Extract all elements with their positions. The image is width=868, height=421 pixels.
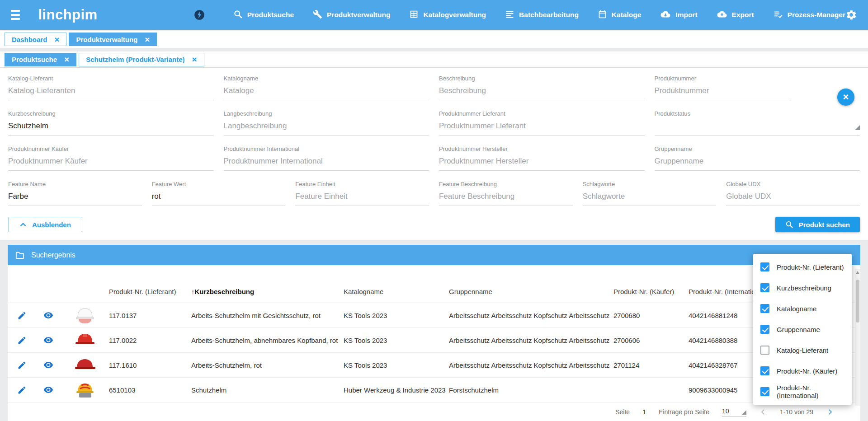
checkbox[interactable] [760, 366, 769, 375]
product-search-button[interactable]: Produkt suchen [775, 217, 860, 232]
checkbox[interactable] [760, 346, 769, 355]
chevron-up-icon [19, 222, 27, 227]
cell-supplier: 117.1610 [109, 361, 191, 369]
theme-toggle-icon[interactable] [193, 9, 205, 21]
column-option-group[interactable]: Gruppenname [753, 319, 852, 340]
column-option-catalog[interactable]: Katalogname [753, 298, 852, 319]
scrollbar-thumb[interactable] [856, 280, 859, 323]
checkbox[interactable] [760, 325, 769, 334]
tab-produktsuche[interactable]: Produktsuche × [5, 53, 76, 66]
main-nav: Produktsuche Produktverwaltung Katalogve… [233, 9, 845, 21]
feature-name-input[interactable] [8, 188, 142, 206]
col-header-short-desc[interactable]: ↑Kurzbeschreibung [191, 288, 344, 295]
table-row: 6510103 Schutzhelm Huber Werkzeug & Indu… [8, 378, 860, 402]
nav-produktsuche[interactable]: Produktsuche [233, 9, 294, 21]
field-feature-einheit: Feature Einheit [295, 181, 429, 206]
field-label: Feature Name [8, 181, 142, 187]
feature-einheit-input[interactable] [295, 188, 429, 206]
next-page-icon[interactable] [826, 408, 834, 416]
feature-beschreibung-input[interactable] [439, 188, 573, 206]
produktnummer-lieferant-input[interactable] [439, 118, 645, 136]
tab-produktverwaltung[interactable]: Produktverwaltung × [69, 33, 157, 46]
scroll-up-icon[interactable] [856, 271, 859, 274]
column-option-short-desc[interactable]: Kurzbeschreibung [753, 277, 852, 298]
vertical-scrollbar[interactable] [855, 269, 860, 406]
globale-udx-input[interactable] [726, 188, 860, 206]
field-feature-beschreibung: Feature Beschreibung [439, 181, 573, 206]
column-option-supplier[interactable]: Produkt-Nr. (Lieferant) [753, 257, 852, 277]
nav-export[interactable]: Export [717, 9, 754, 21]
checkbox[interactable] [760, 283, 769, 292]
produktnummer-hersteller-input[interactable] [439, 153, 645, 171]
nav-batchbearbeitung[interactable]: Batchbearbeitung [505, 9, 579, 21]
tab-schutzhelm-variante[interactable]: Schutzhelm (Produkt-Variante) × [79, 53, 204, 66]
col-header-supplier[interactable]: Produkt-Nr. (Lieferant) [109, 288, 191, 295]
nav-produktverwaltung[interactable]: Produktverwaltung [313, 9, 390, 21]
per-page-label: Einträge pro Seite [659, 408, 709, 416]
produktnummer-international-input[interactable] [224, 153, 429, 171]
checkbox[interactable] [760, 262, 769, 271]
close-icon[interactable]: × [64, 55, 69, 64]
edit-pencil-icon[interactable] [8, 360, 36, 370]
produktnummer-input[interactable] [655, 83, 792, 100]
close-icon[interactable]: × [54, 35, 59, 44]
checkbox[interactable] [760, 387, 769, 396]
gruppenname-input[interactable] [655, 153, 860, 171]
nav-katalogverwaltung[interactable]: Katalogverwaltung [409, 9, 486, 21]
katalogname-input[interactable] [224, 83, 429, 100]
view-eye-icon[interactable] [36, 310, 61, 320]
field-produktnummer-international: Produktnummer International [224, 145, 429, 171]
dropdown-corner-icon[interactable] [855, 125, 860, 130]
nav-prozess-manager[interactable]: Prozess-Manager [773, 9, 845, 21]
close-icon[interactable]: × [192, 55, 197, 64]
column-option-international[interactable]: Produkt-Nr. (International) [753, 381, 852, 402]
column-option-buyer[interactable]: Produkt-Nr. (Käufer) [753, 360, 852, 381]
per-page-select[interactable]: 10 [722, 407, 746, 416]
col-header-buyer[interactable]: Produkt-Nr. (Käufer) [613, 288, 689, 295]
page-number[interactable]: 1 [642, 408, 646, 416]
previous-page-icon[interactable] [759, 408, 767, 416]
cell-group: Arbeitsschutz Arbeitsschutz Kopfschutz A… [449, 337, 613, 344]
tab-dashboard[interactable]: Dashboard × [5, 33, 66, 46]
cell-supplier: 6510103 [109, 386, 191, 394]
view-eye-icon[interactable] [36, 335, 61, 345]
product-image[interactable] [61, 331, 109, 350]
hide-filters-button[interactable]: Ausblenden [8, 217, 82, 232]
langbeschreibung-input[interactable] [224, 118, 429, 136]
product-image[interactable] [61, 380, 109, 399]
top-bar: linchpim Produktsuche Produktverwaltung … [0, 0, 868, 30]
clear-search-button[interactable]: × [837, 89, 854, 106]
column-option-katalog-lieferant[interactable]: Katalog-Lieferant [753, 340, 852, 360]
process-list-check-icon [773, 9, 783, 21]
field-katalog-lieferant: Katalog-Lieferant [8, 75, 214, 100]
feature-wert-input[interactable] [152, 188, 286, 206]
col-header-group[interactable]: Gruppenname [449, 288, 613, 295]
view-eye-icon[interactable] [36, 385, 61, 395]
nav-import[interactable]: Import [660, 9, 697, 21]
field-gruppenname: Gruppenname [655, 145, 860, 171]
nav-kataloge[interactable]: Kataloge [598, 9, 641, 21]
field-beschreibung: Beschreibung [439, 75, 645, 100]
produktstatus-select[interactable] [655, 118, 860, 136]
kurzbeschreibung-input[interactable] [8, 118, 214, 136]
view-eye-icon[interactable] [36, 360, 61, 370]
checkbox[interactable] [760, 304, 769, 313]
close-icon[interactable]: × [145, 35, 150, 44]
field-label: Produktnummer [655, 75, 792, 82]
folder-icon [15, 251, 25, 260]
edit-pencil-icon[interactable] [8, 311, 36, 320]
col-header-catalog[interactable]: Katalogname [344, 288, 449, 295]
field-label: Langbeschreibung [224, 110, 429, 117]
product-image[interactable] [61, 356, 109, 374]
menu-icon[interactable] [11, 10, 20, 20]
settings-gear-icon[interactable] [845, 9, 857, 21]
edit-pencil-icon[interactable] [8, 385, 36, 395]
beschreibung-input[interactable] [439, 83, 645, 100]
produktnummer-kaeufer-input[interactable] [8, 153, 214, 171]
close-icon: × [843, 91, 849, 103]
product-image[interactable] [61, 306, 109, 325]
cell-group: Arbeitsschutz Arbeitsschutz Kopfschutz A… [449, 312, 613, 319]
schlagworte-input[interactable] [583, 188, 717, 206]
edit-pencil-icon[interactable] [8, 336, 36, 345]
katalog-lieferant-input[interactable] [8, 83, 214, 100]
